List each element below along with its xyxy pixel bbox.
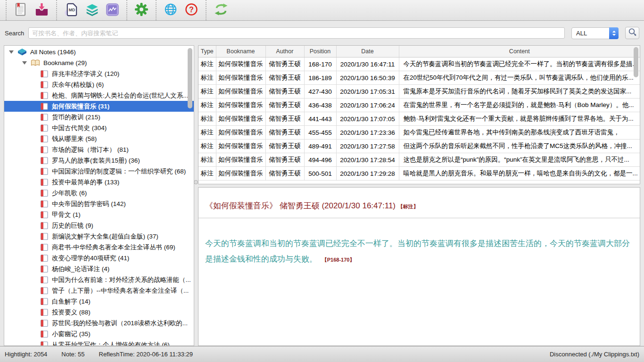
tree-item-label: 甲骨文 (1) bbox=[52, 211, 81, 219]
tree-item-book[interactable]: 中央帝国的哲学密码 (142) bbox=[4, 198, 194, 209]
detail-type-tag: 【标注】 bbox=[398, 204, 419, 209]
book-icon bbox=[40, 103, 49, 110]
book-icon bbox=[40, 255, 49, 262]
book-tree: All Notes (1946) Bookname (29) 薛兆丰经济学讲义 … bbox=[4, 46, 194, 346]
search-label: Search bbox=[5, 30, 24, 37]
note-row[interactable]: 标注如何假装懂音乐储智勇王硕168-1702020/1/30 16:47:11今… bbox=[198, 58, 640, 71]
chart-button[interactable] bbox=[102, 1, 123, 20]
book-icon bbox=[40, 309, 49, 316]
tree-item-book[interactable]: 历史的巨镜 (9) bbox=[4, 220, 194, 231]
tree-item-book[interactable]: 中国古代简史 (304) bbox=[4, 123, 194, 133]
tree-item-book[interactable]: 中国国家治理的制度逻辑：一个组织学研究 (68) bbox=[4, 166, 194, 177]
tree-item-book[interactable]: 管子（上下册）--中华经典名著全本全注全译（... bbox=[4, 285, 194, 296]
cell-bookname: 如何假装懂音乐 bbox=[216, 99, 265, 112]
help-icon: ? bbox=[184, 2, 198, 18]
note-row[interactable]: 标注如何假装懂音乐储智勇王硕441-4432020/1/30 17:07:05鲍… bbox=[198, 112, 640, 126]
layers-button[interactable] bbox=[82, 1, 102, 20]
tree-item-book[interactable]: 投资中最简单的事 (133) bbox=[4, 177, 194, 188]
column-header-date[interactable]: Date bbox=[336, 46, 399, 58]
disclosure-triangle-icon[interactable] bbox=[22, 61, 27, 65]
import-clippings-button[interactable] bbox=[31, 1, 52, 20]
tree-item-book[interactable]: 中国为什么有前途：对外经济关系的战略潜能（... bbox=[4, 274, 194, 285]
search-button[interactable] bbox=[625, 27, 639, 39]
tree-item-book[interactable]: 投资要义 (88) bbox=[4, 307, 194, 318]
tree-item-book[interactable]: 小窗幽记 (35) bbox=[4, 329, 194, 339]
book-icon bbox=[40, 233, 49, 240]
svg-text:?: ? bbox=[189, 6, 194, 14]
filter-dropdown[interactable]: ALL bbox=[571, 27, 619, 39]
toolbar-separator bbox=[156, 0, 157, 20]
column-header-bookname[interactable]: Bookname bbox=[216, 46, 265, 58]
splitter-handle-icon[interactable] bbox=[194, 180, 198, 184]
note-row[interactable]: 标注如何假装懂音乐储智勇王硕436-4382020/1/30 17:06:24在… bbox=[198, 99, 640, 112]
tree-item-book[interactable]: 枪炮、病菌与钢铁:人类社会的命运(世纪人文系... bbox=[4, 90, 194, 101]
sidebar-scrollbar[interactable] bbox=[188, 48, 192, 108]
search-input[interactable] bbox=[28, 27, 565, 39]
note-row[interactable]: 标注如何假装懂音乐储智勇王硕489-4912020/1/30 17:27:58但… bbox=[198, 140, 640, 153]
tree-item-book[interactable]: 苏世民:我的经验与教训（2018读桥水达利欧的... bbox=[4, 318, 194, 329]
tree-item-book[interactable]: 钱从哪里来 (58) bbox=[4, 133, 194, 144]
cell-position: 441-443 bbox=[304, 112, 336, 126]
column-header-position[interactable]: Position bbox=[304, 46, 336, 58]
notes-document-button[interactable] bbox=[10, 1, 31, 20]
book-icon bbox=[40, 146, 49, 154]
note-row[interactable]: 标注如何假装懂音乐储智勇王硕427-4302020/1/30 17:05:31雷… bbox=[198, 85, 640, 99]
cell-content: 鲍勃·马利对雷鬼文化还有一个重大贡献，就是将脏辫传播到了世界各地。关于为... bbox=[399, 112, 640, 126]
cell-type: 标注 bbox=[198, 112, 216, 126]
book-icon bbox=[40, 200, 49, 208]
tree-item-book[interactable]: 甲骨文 (1) bbox=[4, 209, 194, 220]
cell-position: 427-430 bbox=[304, 85, 336, 99]
cell-author: 储智勇王硕 bbox=[265, 167, 304, 181]
layers-icon bbox=[85, 3, 99, 18]
disclosure-triangle-icon[interactable] bbox=[9, 50, 14, 54]
notes-table-panel: TypeBooknameAuthorPositionDateContent 标注… bbox=[198, 45, 640, 184]
tree-item-book[interactable]: 少年凯歌 (6) bbox=[4, 188, 194, 198]
notes-table: TypeBooknameAuthorPositionDateContent 标注… bbox=[198, 46, 640, 181]
refresh-button[interactable] bbox=[210, 1, 232, 20]
tree-item-book[interactable]: 罗马人的故事(套装共15册) (36) bbox=[4, 155, 194, 166]
settings-button[interactable] bbox=[131, 1, 152, 20]
tree-item-book[interactable]: 改变心理学的40项研究 (41) bbox=[4, 253, 194, 263]
tree-item-book[interactable]: 庆余年(精校版) (6) bbox=[4, 79, 194, 90]
tree-item-book[interactable]: 货币的教训 (215) bbox=[4, 112, 194, 123]
note-row[interactable]: 标注如何假装懂音乐储智勇王硕500-5012020/1/30 17:29:28嘻… bbox=[198, 167, 640, 181]
website-button[interactable] bbox=[160, 1, 181, 20]
tree-item-book[interactable]: 市场的逻辑（增订本） (81) bbox=[4, 144, 194, 155]
cell-type: 标注 bbox=[198, 167, 216, 181]
filter-dropdown-value: ALL bbox=[576, 30, 587, 37]
table-scrollbar[interactable] bbox=[634, 47, 638, 77]
tree-item-book[interactable]: 商君书-中华经典名著全本全注全译丛书 (69) bbox=[4, 242, 194, 253]
tree-item-all-notes[interactable]: All Notes (1946) bbox=[4, 47, 194, 58]
cell-date: 2020/1/30 17:23:36 bbox=[336, 126, 399, 140]
cell-date: 2020/1/30 17:07:05 bbox=[336, 112, 399, 126]
book-list: 薛兆丰经济学讲义 (120) 庆余年(精校版) (6) 枪炮、病菌与钢铁:人类社… bbox=[4, 68, 194, 346]
book-icon bbox=[40, 330, 49, 338]
tree-item-label: 市场的逻辑（增订本） (81) bbox=[52, 146, 129, 154]
status-connection: Disconnected (./My Clippings.txt) bbox=[550, 351, 639, 358]
cell-bookname: 如何假装懂音乐 bbox=[216, 126, 265, 140]
detail-body-line: 今天的节奏蓝调和当初的节奏蓝调已经完全不一样了。当初的节奏蓝调有很多是描述困苦生… bbox=[205, 236, 633, 268]
toolbar-separator bbox=[126, 0, 127, 20]
cell-content: 雷鬼原本是牙买加流行音乐的代名词，随着牙买加移民到了英美之类的发达国家... bbox=[399, 85, 640, 99]
help-button[interactable]: ? bbox=[181, 1, 202, 20]
tree-item-label: 管子（上下册）--中华经典名著全本全注全译（... bbox=[52, 287, 189, 295]
tree-item-book[interactable]: 从零开始学写作：个人增值的有效方法 (6) bbox=[4, 339, 194, 346]
toolbar-separator bbox=[6, 0, 7, 20]
book-icon bbox=[40, 222, 49, 230]
export-markdown-button[interactable]: MD bbox=[61, 1, 82, 20]
note-row[interactable]: 标注如何假装懂音乐储智勇王硕186-1892020/1/30 16:50:39在… bbox=[198, 71, 640, 85]
tree-item-book[interactable]: 杨伯峻_论语译注 (4) bbox=[4, 263, 194, 274]
column-header-author[interactable]: Author bbox=[265, 46, 304, 58]
column-header-type[interactable]: Type bbox=[198, 46, 216, 58]
tree-item-book[interactable]: 新编说文解字大全集(超值白金版) (37) bbox=[4, 231, 194, 242]
sidebar: All Notes (1946) Bookname (29) 薛兆丰经济学讲义 … bbox=[4, 45, 194, 346]
tree-item-book[interactable]: 如何假装懂音乐 (31) bbox=[4, 101, 194, 112]
cell-date: 2020/1/30 16:47:11 bbox=[336, 58, 399, 71]
cell-position: 186-189 bbox=[304, 71, 336, 85]
tree-item-book[interactable]: 白鱼解字 (14) bbox=[4, 296, 194, 307]
note-row[interactable]: 标注如何假装懂音乐储智勇王硕494-4962020/1/30 17:28:54这… bbox=[198, 153, 640, 167]
column-header-content[interactable]: Content bbox=[399, 46, 640, 58]
note-row[interactable]: 标注如何假装懂音乐储智勇王硕455-4552020/1/30 17:23:36如… bbox=[198, 126, 640, 140]
tree-item-book[interactable]: 薛兆丰经济学讲义 (120) bbox=[4, 68, 194, 79]
tree-item-bookname[interactable]: Bookname (29) bbox=[4, 58, 194, 68]
